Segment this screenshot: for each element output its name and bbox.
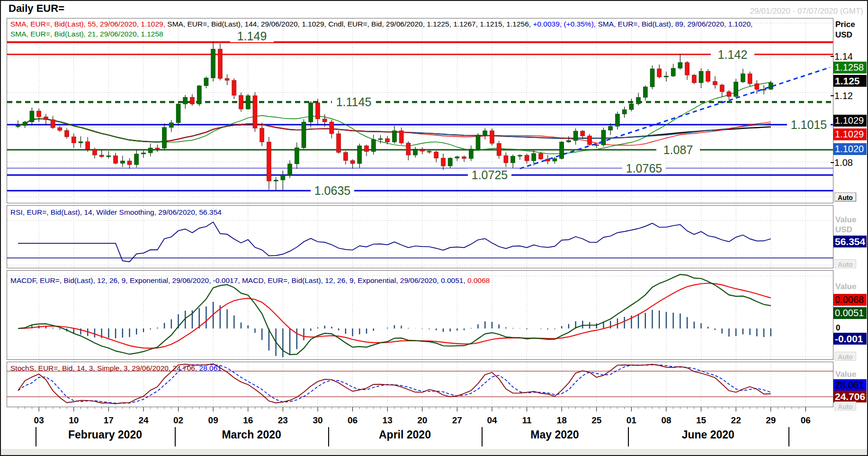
price-axis-header: Price <box>835 20 855 29</box>
date-tick-label: 06 <box>342 415 363 426</box>
level-price-label: 1.0725 <box>472 168 508 182</box>
month-label: May 2020 <box>530 429 579 441</box>
rsi-axis-currency: USD <box>835 225 852 235</box>
month-separator <box>788 427 789 447</box>
rsi-value-badge: 56.354 <box>833 236 867 247</box>
date-tick-label: 04 <box>482 415 502 426</box>
date-tick-label: 13 <box>377 415 398 426</box>
rsi-auto-scale-button[interactable]: Auto <box>834 259 856 268</box>
main-legend-line1: SMA, EUR=, Bid(Last), 55, 29/06/2020, 1.… <box>10 20 752 28</box>
date-tick-label: 11 <box>517 415 537 426</box>
macd-value-badge: -0.001 <box>833 333 867 345</box>
date-tick-label: 30 <box>307 415 328 426</box>
price-badge: 1.1029 <box>833 128 867 140</box>
price-tick-label: 1.14 <box>834 51 853 62</box>
price-badge: 1.1020 <box>833 143 867 155</box>
main-chart-plot[interactable]: 1.1491.1421.11451.10151.0871.07651.07251… <box>7 18 833 203</box>
price-badge: 1.1258 <box>833 62 867 73</box>
level-price-label: 1.142 <box>718 48 748 61</box>
macd-legend: MACDF, EUR=, Bid(Last), 12, 26, 9, Expon… <box>10 276 490 285</box>
date-tick-label: 10 <box>63 415 84 426</box>
level-price-label: 1.149 <box>237 29 267 43</box>
macd-histogram <box>18 302 771 357</box>
macd-zero-tick: 0 <box>836 323 840 333</box>
date-tick-label: 24 <box>133 415 154 426</box>
month-separator <box>175 427 176 447</box>
date-tick-label: 18 <box>551 415 572 426</box>
month-separator <box>482 427 483 447</box>
price-tick-label: 1.08 <box>834 157 853 168</box>
price-tick-mark <box>831 56 834 57</box>
level-price-label: 1.1015 <box>791 118 827 131</box>
date-tick-label: 02 <box>168 415 189 426</box>
month-label: April 2020 <box>379 429 431 441</box>
macd-auto-scale-button[interactable]: Auto <box>834 352 856 361</box>
rsi-axis-header: Value <box>835 215 856 225</box>
date-tick-label: 03 <box>28 415 49 426</box>
level-price-label: 1.0635 <box>314 184 350 197</box>
legend-segment: 28.061 <box>199 364 222 372</box>
month-separator <box>36 427 36 447</box>
rsi-legend: RSI, EUR=, Bid(Last), 14, Wilder Smoothi… <box>10 208 222 217</box>
date-tick-label: 29 <box>761 415 781 426</box>
price-badge: 1.125 <box>833 75 867 87</box>
month-label: March 2020 <box>222 429 281 441</box>
level-price-label: 1.1145 <box>336 95 372 109</box>
macd-value-badge: 0.0068 <box>833 294 867 306</box>
legend-segment: 0.0068 <box>467 276 490 284</box>
month-label: June 2020 <box>682 429 734 441</box>
date-tick-label: 08 <box>656 415 677 426</box>
stoch-value-badge: 28.061 <box>833 379 867 391</box>
price-tick-mark <box>831 162 834 163</box>
main-legend-line2: SMA, EUR=, Bid(Last), 21, 29/06/2020, 1.… <box>10 30 163 38</box>
legend-segment: SMA, EUR=, Bid(Last), 144, 29/06/2020, 1… <box>167 20 533 28</box>
date-tick-label: 15 <box>691 415 712 426</box>
date-tick-label: 25 <box>586 415 607 426</box>
date-tick-label: 17 <box>98 415 119 426</box>
stoch-axis-header: Value <box>835 370 856 379</box>
month-separator <box>628 427 629 447</box>
macd-value-badge: 0.0051 <box>833 307 867 319</box>
macd-axis-header: Value <box>835 282 856 292</box>
date-tick-label: 22 <box>725 415 746 426</box>
legend-segment: StochS, EUR=, Bid, 14, 3, Simple, 3, 29/… <box>10 364 199 372</box>
date-tick-label: 16 <box>238 415 259 426</box>
level-price-label: 1.0765 <box>626 162 662 175</box>
month-label: February 2020 <box>68 429 142 441</box>
main-auto-scale-button[interactable]: Auto <box>834 192 856 201</box>
price-tick-mark <box>831 95 834 96</box>
level-price-label: 1.087 <box>663 143 693 156</box>
month-separator <box>328 427 329 447</box>
date-tick-label: 27 <box>447 415 467 426</box>
chart-window: { "window": {"title": "Daily EUR=", "dat… <box>0 0 868 456</box>
legend-segment: SMA, EUR=, Bid(Last), 89, 29/06/2020, 1.… <box>598 20 752 28</box>
time-axis-ticks <box>7 407 833 414</box>
date-tick-label: 06 <box>795 415 816 426</box>
stoch-value-badge: 24.706 <box>833 391 867 402</box>
price-badge: 1.1029 <box>833 115 867 127</box>
date-tick-label: 09 <box>203 415 224 426</box>
macd-line <box>18 274 771 355</box>
legend-segment: SMA, EUR=, Bid(Last), 21, 29/06/2020, 1.… <box>10 30 163 38</box>
legend-segment: SMA, EUR=, Bid(Last), 55, 29/06/2020, 1.… <box>10 20 167 28</box>
stochastic-legend: StochS, EUR=, Bid, 14, 3, Simple, 3, 29/… <box>10 364 222 373</box>
date-range-label: 29/01/2020 - 07/07/2020 (GMT) <box>750 7 863 16</box>
price-tick-label: 1.12 <box>834 91 853 101</box>
stoch-auto-scale-button[interactable]: Auto <box>834 401 856 410</box>
legend-segment: +0.0039, (+0.35%), <box>533 20 598 28</box>
legend-segment: RSI, EUR=, Bid(Last), 14, Wilder Smoothi… <box>10 208 222 216</box>
date-tick-label: 01 <box>621 415 642 426</box>
chart-title: Daily EUR= <box>9 2 64 15</box>
date-tick-label: 20 <box>412 415 433 426</box>
price-axis-currency: USD <box>835 30 852 40</box>
date-tick-label: 23 <box>272 415 293 426</box>
window-bottom-strip <box>1 449 868 456</box>
rsi-line <box>18 222 771 262</box>
legend-segment: MACDF, EUR=, Bid(Last), 12, 26, 9, Expon… <box>10 276 467 284</box>
